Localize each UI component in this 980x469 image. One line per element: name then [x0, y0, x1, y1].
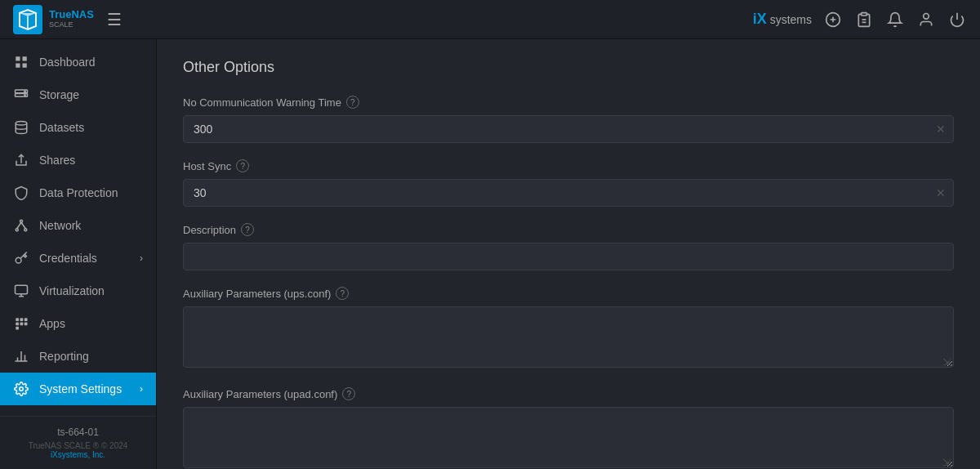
sidebar-footer: ts-664-01 TrueNAS SCALE ® © 2024 iXsyste…: [0, 416, 156, 469]
page-title: Other Options: [183, 59, 954, 76]
svg-rect-29: [20, 318, 24, 321]
aux-params-upad-label: Auxiliary Parameters (upad.conf) ?: [183, 387, 954, 400]
svg-rect-25: [16, 285, 28, 294]
hostname: ts-664-01: [13, 427, 143, 438]
systems-text: systems: [770, 13, 812, 26]
svg-point-20: [16, 229, 18, 231]
ixsystems-text: iXsystems, Inc.: [13, 450, 143, 459]
ix-text: iX: [753, 11, 767, 28]
brand-text: TrueNAS SCALE ® © 2024: [13, 441, 143, 450]
aux-params-ups-textarea[interactable]: [183, 306, 954, 368]
hamburger-menu[interactable]: ☰: [107, 10, 122, 29]
sidebar-item-shares[interactable]: Shares: [0, 144, 156, 176]
description-input[interactable]: [183, 243, 954, 270]
aux-params-upad-resize-icon: ⇲: [942, 457, 951, 468]
sidebar-item-system-settings[interactable]: System Settings ›: [0, 373, 156, 405]
power-icon[interactable]: [947, 10, 967, 29]
sidebar-item-dashboard[interactable]: Dashboard: [0, 46, 156, 78]
aux-params-ups-group: Auxiliary Parameters (ups.conf) ? ⇲: [183, 287, 954, 371]
svg-rect-10: [16, 56, 20, 60]
svg-point-21: [24, 229, 27, 231]
host-sync-input-wrapper: ✕: [183, 179, 954, 207]
sidebar-nav: Dashboard Storage Data: [0, 39, 156, 416]
svg-point-8: [924, 13, 929, 19]
sidebar-item-apps[interactable]: Apps: [0, 307, 156, 340]
host-sync-group: Host Sync ? ✕: [183, 159, 954, 207]
host-sync-clear-icon[interactable]: ✕: [936, 186, 946, 199]
bar-chart-icon: [13, 348, 29, 364]
svg-point-39: [20, 387, 24, 391]
svg-rect-13: [23, 64, 27, 68]
svg-rect-5: [862, 12, 867, 15]
credentials-chevron-icon: ›: [140, 252, 143, 264]
aux-params-upad-group: Auxiliary Parameters (upad.conf) ? ⇲: [183, 387, 954, 469]
dashboard-icon: [13, 54, 29, 70]
sidebar-item-reporting[interactable]: Reporting: [0, 340, 156, 373]
no-comm-warning-clear-icon[interactable]: ✕: [936, 123, 946, 136]
notification-bell-icon[interactable]: [885, 10, 905, 29]
sidebar-label-reporting: Reporting: [39, 350, 89, 363]
sidebar-label-network: Network: [39, 219, 81, 232]
shield-icon: [13, 185, 29, 201]
shares-icon: [13, 152, 29, 168]
svg-line-22: [17, 222, 21, 229]
main-layout: Dashboard Storage Data: [0, 39, 980, 469]
svg-rect-30: [24, 318, 28, 321]
svg-rect-31: [16, 323, 19, 326]
logo-area: TrueNAS SCALE: [13, 5, 94, 34]
svg-point-17: [24, 95, 26, 96]
aux-params-upad-textarea-wrapper: ⇲: [183, 407, 954, 469]
svg-line-23: [21, 222, 25, 229]
aux-params-ups-resize-icon: ⇲: [942, 356, 951, 368]
header-left: TrueNAS SCALE ☰: [13, 5, 122, 34]
storage-icon: [13, 87, 29, 103]
svg-rect-34: [16, 327, 19, 330]
no-comm-warning-label: No Communication Warning Time ?: [183, 96, 954, 109]
no-comm-warning-input-wrapper: ✕: [183, 115, 954, 143]
aux-params-upad-help-icon[interactable]: ?: [342, 387, 355, 400]
user-icon[interactable]: [916, 10, 936, 29]
ix-systems-logo: iX systems: [753, 11, 812, 28]
truenas-logo: [13, 5, 42, 34]
sidebar-label-virtualization: Virtualization: [39, 284, 105, 297]
clipboard-icon[interactable]: [854, 10, 874, 29]
sidebar-item-storage[interactable]: Storage: [0, 78, 156, 111]
description-input-wrapper: [183, 243, 954, 270]
sidebar-label-credentials: Credentials: [39, 252, 97, 265]
no-comm-warning-group: No Communication Warning Time ? ✕: [183, 96, 954, 143]
sidebar-label-apps: Apps: [39, 317, 65, 330]
aux-params-upad-textarea[interactable]: [183, 407, 954, 468]
aux-params-ups-textarea-wrapper: ⇲: [183, 306, 954, 371]
datasets-icon: [13, 119, 29, 136]
svg-rect-12: [16, 64, 20, 68]
marketplace-icon[interactable]: [823, 10, 843, 29]
sidebar-item-credentials[interactable]: Credentials ›: [0, 242, 156, 275]
svg-point-24: [16, 257, 21, 263]
svg-rect-11: [23, 56, 27, 60]
monitor-icon: [13, 283, 29, 299]
description-label: Description ?: [183, 223, 954, 236]
sidebar-item-network[interactable]: Network: [0, 209, 156, 242]
no-comm-warning-help-icon[interactable]: ?: [346, 96, 359, 109]
key-icon: [13, 250, 29, 266]
sidebar-label-dashboard: Dashboard: [39, 56, 96, 69]
sidebar-item-datasets[interactable]: Datasets: [0, 111, 156, 144]
main-content: Other Options No Communication Warning T…: [157, 39, 980, 469]
host-sync-input[interactable]: [183, 179, 954, 207]
sidebar-label-shares: Shares: [39, 154, 75, 167]
description-help-icon[interactable]: ?: [241, 223, 254, 236]
apps-grid-icon: [13, 315, 29, 332]
aux-params-ups-help-icon[interactable]: ?: [336, 287, 349, 300]
host-sync-help-icon[interactable]: ?: [236, 159, 249, 172]
sidebar-item-data-protection[interactable]: Data Protection: [0, 176, 156, 209]
svg-rect-28: [16, 318, 19, 321]
top-header: TrueNAS SCALE ☰ iX systems: [0, 0, 980, 39]
sidebar-label-datasets: Datasets: [39, 121, 84, 134]
sidebar-label-data-protection: Data Protection: [39, 186, 118, 199]
svg-rect-32: [20, 323, 24, 326]
sidebar: Dashboard Storage Data: [0, 39, 157, 469]
svg-rect-33: [24, 323, 28, 326]
sidebar-item-virtualization[interactable]: Virtualization: [0, 275, 156, 307]
no-comm-warning-input[interactable]: [183, 115, 954, 143]
aux-params-ups-label: Auxiliary Parameters (ups.conf) ?: [183, 287, 954, 300]
